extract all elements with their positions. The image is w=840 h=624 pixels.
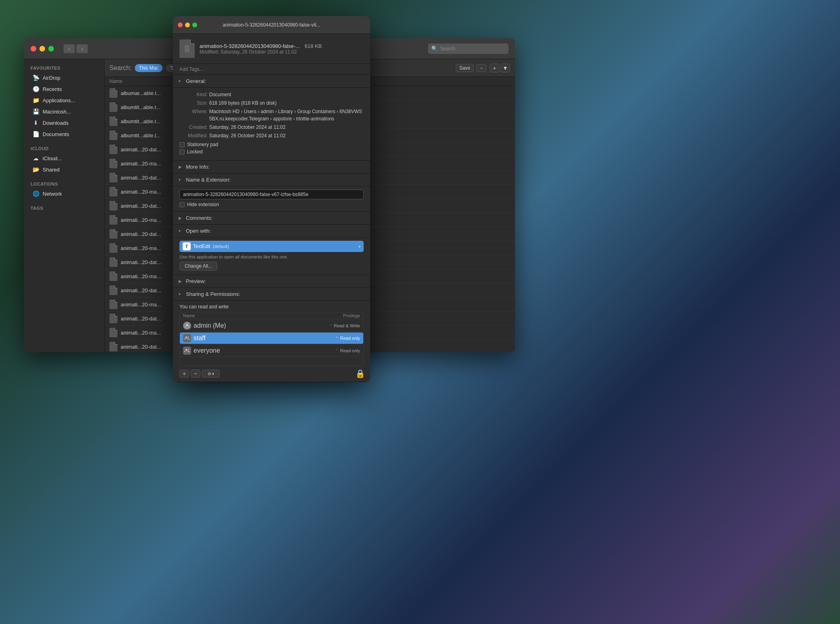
- icloud-label: iCloud: [24, 145, 104, 153]
- sidebar-item-macintosh[interactable]: 💾 Macintosh...: [26, 106, 103, 117]
- file-icon: [109, 187, 117, 196]
- info-file-name: animation-5-328260442013040980-false-...: [200, 43, 300, 49]
- save-button[interactable]: Save: [456, 64, 474, 72]
- options-button[interactable]: ▼: [500, 64, 510, 72]
- close-button[interactable]: [31, 46, 36, 52]
- permission-row-admin[interactable]: admin (Me) ⌃ Read & Write: [180, 320, 363, 331]
- svg-point-3: [188, 337, 189, 338]
- file-icon: [109, 116, 117, 126]
- lock-icon[interactable]: 🔒: [355, 369, 365, 378]
- locked-checkbox[interactable]: [179, 149, 185, 155]
- recents-icon: 🕐: [32, 85, 39, 93]
- sidebar-item-label: Recents: [43, 86, 62, 92]
- file-icon: [109, 201, 117, 211]
- info-tags-row[interactable]: Add Tags...: [173, 64, 370, 75]
- change-all-button[interactable]: Change All...: [179, 262, 217, 271]
- locked-row: Locked: [179, 149, 364, 155]
- tags-label: Tags: [24, 204, 104, 212]
- staff-name: staff: [194, 335, 336, 342]
- hide-extension-row: Hide extension: [179, 202, 364, 207]
- name-ext-section-header[interactable]: ▾ Name & Extension:: [173, 174, 370, 186]
- info-file-size: 618 KB: [305, 43, 322, 49]
- minimize-button[interactable]: [39, 46, 45, 52]
- open-with-app-selector[interactable]: T TextEdit (default) ▾: [179, 241, 364, 252]
- perm-arrow-icon: ⌃: [336, 349, 339, 353]
- sidebar-item-network[interactable]: 🌐 Network: [26, 188, 103, 199]
- textedit-icon: T: [183, 242, 191, 250]
- open-with-default-label: (default): [213, 244, 229, 249]
- permission-action-button[interactable]: ⚙ ▾: [202, 370, 220, 378]
- info-minimize-button[interactable]: [185, 23, 190, 27]
- sidebar-item-documents[interactable]: 📄 Documents: [26, 128, 103, 140]
- back-button[interactable]: ‹: [64, 44, 75, 53]
- perm-privilege-header: Privilege: [343, 313, 360, 318]
- open-with-section-header[interactable]: ▾ Open with:: [173, 225, 370, 238]
- maximize-button[interactable]: [48, 46, 54, 52]
- sidebar-item-icloud[interactable]: ☁ iCloud...: [26, 153, 103, 164]
- preview-section-header[interactable]: ▶ Preview:: [173, 275, 370, 288]
- info-titlebar: animation-5-328260442013040980-false-v6.…: [173, 16, 370, 34]
- file-icon: [109, 102, 117, 112]
- file-icon: [109, 314, 117, 323]
- forward-button[interactable]: ›: [76, 44, 88, 53]
- file-icon: [109, 285, 117, 295]
- info-maximize-button[interactable]: [192, 23, 197, 27]
- minus-button[interactable]: −: [476, 64, 486, 72]
- where-label: Where:: [179, 108, 208, 122]
- file-name: animati...20-ma...: [121, 189, 161, 195]
- applications-icon: 📁: [32, 97, 39, 104]
- info-file-details: animation-5-328260442013040980-false-...…: [200, 43, 364, 55]
- sidebar-item-airdrop[interactable]: 📡 AirDrop: [26, 72, 103, 83]
- file-name: animati...20-dat...: [121, 259, 161, 265]
- remove-permission-button[interactable]: −: [191, 370, 200, 378]
- chevron-down-icon: ▾: [179, 178, 183, 182]
- gear-icon: ⚙: [208, 372, 211, 376]
- info-close-button[interactable]: [178, 23, 183, 27]
- file-icon: [109, 229, 117, 239]
- file-icon: [109, 215, 117, 225]
- hide-extension-checkbox[interactable]: [179, 202, 185, 207]
- info-file-modified: Modified: Saturday, 26 October 2024 at 1…: [200, 49, 364, 55]
- stationery-checkbox[interactable]: [179, 142, 185, 147]
- search-icon: 🔍: [431, 45, 438, 52]
- file-icon: [109, 328, 117, 337]
- permission-row-everyone[interactable]: everyone ⌃ Read only: [180, 345, 363, 356]
- network-icon: 🌐: [32, 190, 39, 197]
- scope-this-mac-button[interactable]: This Mac: [135, 64, 163, 72]
- tags-placeholder: Add Tags...: [179, 66, 204, 72]
- finder-search-box[interactable]: 🔍 Search: [428, 43, 509, 54]
- sidebar-item-shared[interactable]: 📂 Shared: [26, 164, 103, 175]
- finder-sidebar: Favourites 📡 AirDrop 🕐 Recents 📁 Applica…: [24, 59, 105, 352]
- name-ext-section-content: Hide extension: [173, 186, 370, 212]
- permission-row-staff[interactable]: staff ⌃ Read only: [180, 333, 363, 344]
- chevron-down-icon: ▾: [212, 372, 214, 376]
- comments-section-header[interactable]: ▶ Comments:: [173, 212, 370, 225]
- group-icon: [183, 334, 191, 342]
- sidebar-item-recents[interactable]: 🕐 Recents: [26, 83, 103, 95]
- sidebar-item-applications[interactable]: 📁 Applications...: [26, 95, 103, 106]
- name-extension-input[interactable]: [179, 190, 364, 199]
- add-permission-button[interactable]: +: [179, 370, 189, 378]
- sidebar-item-downloads[interactable]: ⬇ Downloads: [26, 117, 103, 128]
- locked-label: Locked: [187, 149, 203, 155]
- modified-value: Saturday, 26 October 2024 at 11:02: [209, 132, 364, 139]
- svg-point-2: [185, 337, 187, 338]
- file-icon: [109, 159, 117, 168]
- sidebar-item-label: Shared: [43, 167, 60, 173]
- file-icon: [109, 88, 117, 98]
- sidebar-item-label: Downloads: [43, 120, 68, 126]
- more-info-section-header[interactable]: ▶ More Info:: [173, 161, 370, 174]
- permissions-table: Name Privilege admin (Me) ⌃ Read & Write: [179, 312, 364, 366]
- general-section-header[interactable]: ▾ General:: [173, 75, 370, 88]
- add-button[interactable]: +: [490, 64, 499, 72]
- hide-extension-label: Hide extension: [187, 202, 219, 207]
- sharing-section-header[interactable]: ▾ Sharing & Permissions:: [173, 288, 370, 301]
- file-icon: [109, 300, 117, 309]
- info-window-title: animation-5-328260442013040980-false-v6.…: [223, 22, 321, 28]
- file-name: animati...20-ma...: [121, 273, 161, 279]
- file-icon: [109, 243, 117, 253]
- chevron-right-icon: ▶: [179, 165, 183, 169]
- comments-section-title: Comments:: [186, 215, 212, 221]
- everyone-privilege: Read only: [340, 348, 360, 353]
- where-value: Macintosh HD › Users › admin › Library ›…: [209, 108, 364, 122]
